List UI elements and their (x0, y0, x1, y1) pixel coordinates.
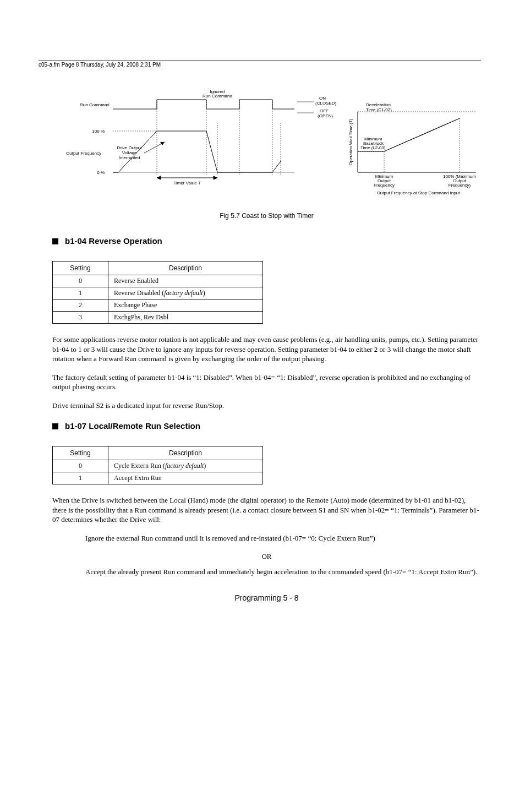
bullet-icon (52, 423, 58, 429)
svg-text:ON: ON (319, 96, 326, 101)
bullet-icon (52, 238, 58, 244)
svg-text:Run Command: Run Command (80, 102, 110, 107)
svg-text:Timer Value T: Timer Value T (173, 181, 200, 186)
th-desc: Description (108, 446, 263, 460)
svg-text:Frequency): Frequency) (449, 183, 471, 188)
para-b1-07-1: When the Drive is switched between the L… (52, 495, 481, 525)
section-b1-07-head: b1-07 Local/Remote Run Selection (52, 421, 481, 430)
svg-text:Run Command: Run Command (203, 94, 232, 99)
table-row: 0 Reverse Enabled (53, 275, 263, 287)
para-accept: Accept the already present Run command a… (85, 567, 481, 577)
table-row: 3 ExchgPhs, Rev Dsbl (53, 312, 263, 324)
page-footer: Programming 5 - 8 (52, 593, 481, 602)
para-b1-04-1: For some applications reverse motor rota… (52, 335, 481, 364)
figure-coast-stop: Ignored Run Command Run Command 100 % Ou… (52, 90, 481, 202)
svg-text:Output Frequency at Stop Comma: Output Frequency at Stop Command Input (377, 190, 461, 195)
svg-text:Drive Output: Drive Output (117, 145, 143, 150)
svg-text:Time (L2-03): Time (L2-03) (360, 145, 386, 150)
svg-text:(CLOSED): (CLOSED) (315, 101, 337, 106)
para-b1-04-3: Drive terminal S2 is a dedicated input f… (52, 401, 481, 411)
svg-text:Voltage: Voltage (122, 150, 137, 155)
para-ignore: Ignore the external Run command until it… (85, 533, 481, 543)
svg-marker-9 (157, 176, 161, 179)
svg-text:(OPEN): (OPEN) (318, 113, 333, 118)
th-setting: Setting (53, 261, 108, 275)
svg-text:OFF: OFF (320, 108, 329, 113)
section-b1-04-head: b1-04 Reverse Operation (52, 236, 481, 246)
svg-marker-12 (160, 142, 165, 145)
svg-text:Time (C1-02): Time (C1-02) (366, 107, 392, 112)
th-desc: Description (108, 261, 263, 275)
para-b1-04-2: The factory default setting of parameter… (52, 373, 481, 392)
table-row: 1 Reverse Disabled (factory default) (53, 287, 263, 299)
figure-caption: Fig 5.7 Coast to Stop with Timer (52, 212, 481, 220)
svg-text:Interrupted: Interrupted (119, 155, 140, 160)
para-or: OR (52, 552, 481, 562)
svg-text:Output Frequency: Output Frequency (66, 151, 101, 156)
svg-text:Deceleration: Deceleration (366, 102, 391, 107)
table-b1-07: Setting Description 0 Cycle Extern Run (… (52, 446, 263, 484)
svg-text:Frequency: Frequency (374, 183, 395, 188)
svg-marker-10 (214, 176, 217, 179)
svg-text:100 %: 100 % (92, 129, 105, 134)
table-b1-04: Setting Description 0 Reverse Enabled 1 … (52, 261, 263, 324)
svg-text:Operation Wait Time (T): Operation Wait Time (T) (348, 118, 353, 165)
table-row: 2 Exchange Phase (53, 299, 263, 312)
running-header: c05-a.fm Page 8 Thursday, July 24, 2008 … (39, 61, 481, 68)
table-row: 1 Accept Extrn Run (53, 472, 263, 484)
th-setting: Setting (53, 446, 108, 460)
table-row: 0 Cycle Extern Run (factory default) (53, 460, 263, 472)
svg-text:0 %: 0 % (97, 170, 105, 175)
